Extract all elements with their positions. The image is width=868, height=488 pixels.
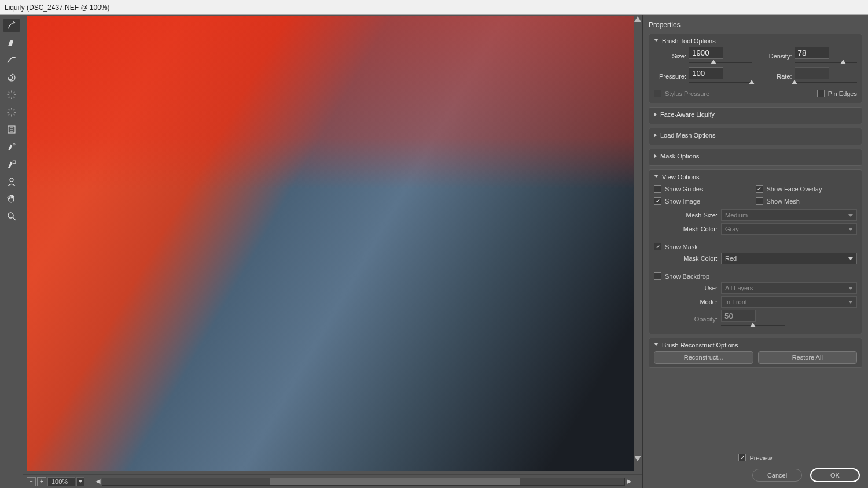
size-slider[interactable] [689,60,752,65]
show-backdrop-check[interactable] [654,272,661,280]
chevron-down-icon [848,287,853,290]
section-title: View Options [662,173,700,180]
brush-tool-options-header[interactable]: Brush Tool Options [654,38,857,45]
chevron-down-icon [848,257,853,260]
opacity-slider [721,323,785,328]
mask-options-section: Mask Options [649,149,862,166]
show-guides-check[interactable] [654,185,661,193]
zoom-value[interactable]: 100% [47,477,75,486]
density-input[interactable] [795,47,829,59]
zoom-in-button[interactable]: + [37,477,46,486]
dropdown-value: All Layers [725,284,753,291]
restore-all-button[interactable]: Restore All [758,351,858,364]
show-image-label: Show Image [665,198,700,205]
mask-color-dropdown[interactable]: Red [721,253,857,264]
pressure-label: Pressure: [654,73,686,80]
show-mask-check[interactable] [654,243,661,250]
hscroll-thumb[interactable] [270,478,520,485]
brush-reconstruct-header[interactable]: Brush Reconstruct Options [654,342,857,349]
load-mesh-header[interactable]: Load Mesh Options [654,132,857,139]
section-title: Brush Tool Options [662,38,716,45]
show-face-overlay-label: Show Face Overlay [767,186,822,193]
pucker-tool[interactable] [3,88,20,102]
hand-tool[interactable] [3,192,20,206]
forward-warp-tool[interactable] [3,19,20,32]
zoom-dropdown[interactable] [76,477,84,486]
smooth-tool[interactable] [3,53,20,67]
pressure-slider[interactable] [689,80,752,85]
dropdown-value: Red [725,255,737,262]
svg-point-1 [13,143,15,145]
svg-rect-2 [13,161,16,164]
canvas-area: − + 100% ◀ ▶ [23,15,642,488]
dropdown-value: In Front [725,298,747,305]
tool-palette [0,15,23,488]
density-slider[interactable] [795,60,858,65]
pin-edges-label: Pin Edges [828,90,857,97]
freeze-mask-tool[interactable] [3,140,20,154]
brush-tool-options-section: Brush Tool Options Size: Density: [649,34,862,103]
zoom-out-button[interactable]: − [27,477,36,486]
disclosure-icon [654,39,659,44]
properties-panel: Properties Brush Tool Options Size: Dens… [642,15,868,488]
svg-point-4 [8,213,13,218]
density-label: Density: [760,53,792,60]
dropdown-value: Medium [725,212,748,219]
show-mesh-check[interactable] [756,197,763,205]
hscroll-track[interactable] [102,478,625,486]
hscroll-right-icon[interactable]: ▶ [625,478,633,486]
disclosure-icon [654,343,659,348]
bloat-tool[interactable] [3,105,20,119]
face-aware-header[interactable]: Face-Aware Liquify [654,111,857,118]
vscroll-up-icon[interactable] [634,16,641,22]
zoom-tool[interactable] [3,209,20,223]
mode-dropdown: In Front [721,296,857,308]
canvas-viewport[interactable] [23,15,642,474]
document-preview [27,16,634,471]
mask-overlay [27,16,634,189]
chevron-down-icon [848,214,853,217]
pressure-input[interactable] [689,67,723,79]
hscroll-left-icon[interactable]: ◀ [94,478,102,486]
mesh-size-dropdown: Medium [721,209,857,221]
disclosure-icon [654,133,657,138]
ok-button[interactable]: OK [810,468,860,482]
mesh-color-dropdown: Gray [721,223,857,235]
thaw-mask-tool[interactable] [3,157,20,171]
preview-check[interactable] [738,454,746,461]
show-mesh-label: Show Mesh [767,198,800,205]
mask-options-header[interactable]: Mask Options [654,153,857,160]
reconstruct-tool[interactable] [3,36,20,50]
disclosure-icon [654,154,657,158]
mesh-color-label: Mesh Color: [654,225,718,232]
reconstruct-button[interactable]: Reconstruct... [654,351,753,364]
use-dropdown: All Layers [721,282,857,294]
cancel-button[interactable]: Cancel [752,469,802,482]
svg-point-3 [10,178,13,182]
section-title: Brush Reconstruct Options [662,342,738,349]
show-image-check[interactable] [654,197,661,205]
dialog-titlebar: Liquify (DSC_2437.NEF @ 100%) [0,0,868,15]
section-title: Load Mesh Options [660,132,715,139]
size-label: Size: [654,53,686,60]
vscroll-down-icon[interactable] [634,456,641,461]
show-guides-label: Show Guides [665,186,703,193]
face-aware-section: Face-Aware Liquify [649,107,862,124]
chevron-down-icon [848,301,853,304]
size-input[interactable] [689,47,723,59]
stylus-pressure-check [654,90,661,97]
chevron-down-icon [78,480,83,483]
twirl-tool[interactable] [3,71,20,84]
show-face-overlay-check[interactable] [756,185,763,193]
preview-label: Preview [749,454,772,461]
push-left-tool[interactable] [3,123,20,136]
pin-edges-check[interactable] [817,90,825,97]
use-label: Use: [654,284,718,291]
mask-color-label: Mask Color: [654,255,718,262]
show-backdrop-label: Show Backdrop [665,273,709,280]
load-mesh-section: Load Mesh Options [649,128,862,145]
face-tool[interactable] [3,175,20,188]
disclosure-icon [654,175,659,180]
liquify-dialog: − + 100% ◀ ▶ Properties Brush Tool Optio… [0,15,868,488]
view-options-header[interactable]: View Options [654,173,857,180]
